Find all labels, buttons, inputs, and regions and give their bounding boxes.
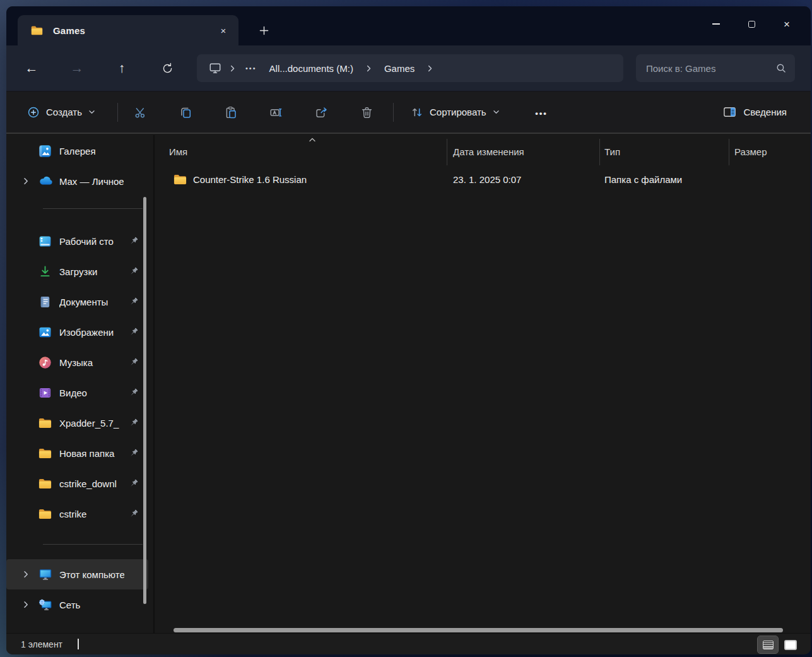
address-bar[interactable]: ••• All...documents (M:) Games (197, 54, 623, 82)
breadcrumb-overflow-button[interactable]: ••• (243, 64, 259, 72)
details-view-button[interactable] (758, 636, 778, 653)
details-pane-button[interactable]: Сведения (716, 100, 793, 124)
sidebar-item-downloads[interactable]: Загрузки (11, 256, 148, 287)
large-icons-view-icon (784, 640, 797, 650)
pin-icon (128, 327, 139, 338)
chevron-right-icon[interactable] (20, 600, 32, 609)
window-controls: × (698, 10, 804, 38)
tab-games[interactable]: Games × (18, 15, 238, 45)
sidebar-item-videos[interactable]: Видео (11, 377, 148, 408)
sidebar-item-gallery[interactable]: Галерея (11, 136, 148, 166)
create-label: Создать (46, 107, 82, 117)
desktop-icon (38, 234, 52, 249)
search-box[interactable] (636, 54, 795, 82)
paste-button[interactable] (217, 100, 245, 125)
sidebar-separator (43, 544, 143, 545)
minimize-button[interactable] (698, 10, 734, 38)
maximize-button[interactable] (734, 10, 769, 38)
main-area: Галерея Max — Личное Рабочий сто Загрузк… (6, 135, 811, 633)
large-icons-view-button[interactable] (780, 636, 801, 653)
horizontal-scrollbar[interactable] (174, 628, 783, 632)
copy-button[interactable] (172, 100, 199, 125)
file-type: Папка с файлами (604, 174, 682, 185)
share-button[interactable] (307, 100, 335, 125)
titlebar[interactable]: Games × × (6, 6, 811, 45)
close-icon: × (221, 25, 227, 36)
rename-icon (269, 105, 283, 120)
sidebar-item-music[interactable]: Музыка (11, 347, 148, 377)
sort-icon (410, 105, 424, 119)
column-resize-handle[interactable] (599, 139, 600, 165)
sidebar-item-onedrive[interactable]: Max — Личное (11, 166, 148, 196)
cut-button[interactable] (126, 100, 154, 125)
pin-icon (128, 297, 139, 307)
up-button[interactable]: ↑ (110, 57, 134, 80)
sidebar-item-cstrike-download[interactable]: cstrike_downl (11, 468, 148, 499)
rename-button[interactable] (262, 100, 290, 125)
folder-icon (30, 24, 44, 37)
pin-icon (128, 509, 139, 519)
paste-icon (224, 105, 238, 120)
network-icon (38, 597, 53, 612)
pin-icon (128, 266, 139, 277)
column-resize-handle[interactable] (447, 139, 447, 165)
sidebar-item-this-pc[interactable]: Этот компьютер (6, 559, 148, 589)
breadcrumb-segment-drive[interactable]: All...documents (M:) (264, 61, 358, 76)
toolbar-divider (393, 103, 394, 122)
folder-icon (38, 476, 52, 491)
chevron-right-icon (358, 64, 379, 73)
delete-button[interactable] (353, 100, 380, 125)
maximize-icon (748, 21, 755, 28)
sidebar-item-new-folder[interactable]: Новая папка (11, 438, 148, 468)
forward-icon: → (71, 61, 84, 76)
new-tab-button[interactable] (254, 20, 274, 40)
folder-icon (38, 416, 52, 430)
sidebar-scrollbar[interactable] (143, 197, 146, 604)
downloads-icon (38, 264, 52, 279)
refresh-icon (161, 62, 174, 75)
refresh-button[interactable] (155, 57, 179, 80)
chevron-right-icon[interactable] (20, 177, 32, 186)
pane-divider[interactable] (153, 135, 155, 633)
column-header-type[interactable]: Тип (604, 146, 620, 157)
search-input[interactable] (646, 63, 775, 74)
close-button[interactable]: × (769, 10, 804, 38)
sidebar-item-desktop[interactable]: Рабочий сто (11, 226, 148, 256)
minimize-icon (712, 23, 720, 25)
sidebar-item-documents[interactable]: Документы (11, 287, 148, 317)
sidebar-item-pictures[interactable]: Изображени (11, 317, 148, 347)
column-header-name[interactable]: Имя (169, 146, 187, 157)
sort-button[interactable]: Сортировать (404, 101, 507, 124)
folder-icon (38, 507, 52, 521)
chevron-right-icon (420, 64, 440, 73)
chevron-right-icon[interactable] (20, 570, 32, 579)
column-header-size[interactable]: Размер (734, 146, 767, 157)
column-header-modified[interactable]: Дата изменения (453, 146, 524, 157)
pin-icon (128, 236, 139, 247)
pictures-icon (38, 325, 52, 340)
sidebar-item-cstrike[interactable]: cstrike (11, 499, 148, 529)
plus-circle-icon (26, 105, 40, 119)
create-new-button[interactable]: Создать (20, 101, 102, 124)
file-explorer-window: Games × × ← → ↑ ••• (6, 6, 811, 654)
sidebar-item-xpadder[interactable]: Xpadder_5.7_ (11, 408, 148, 438)
sidebar-item-network[interactable]: Сеть (11, 589, 148, 620)
pin-icon (128, 478, 139, 489)
tab-close-button[interactable]: × (215, 21, 232, 39)
documents-icon (38, 295, 52, 309)
file-row-counter-strike[interactable]: Counter-Strike 1.6 Russian 23. 1. 2025 0… (163, 167, 800, 192)
forward-button[interactable]: → (65, 57, 89, 80)
plus-icon (259, 26, 269, 35)
trash-icon (360, 105, 374, 120)
back-icon: ← (25, 61, 38, 76)
column-resize-handle[interactable] (729, 139, 729, 165)
details-label: Сведения (743, 107, 787, 117)
back-button[interactable]: ← (20, 57, 44, 80)
chevron-right-icon (222, 64, 243, 73)
up-icon: ↑ (119, 61, 126, 76)
more-options-button[interactable]: ••• (529, 101, 554, 125)
gallery-icon (38, 144, 52, 158)
this-pc-icon (38, 567, 53, 582)
breadcrumb-segment-folder[interactable]: Games (379, 61, 420, 76)
item-count: 1 элемент (21, 639, 62, 649)
